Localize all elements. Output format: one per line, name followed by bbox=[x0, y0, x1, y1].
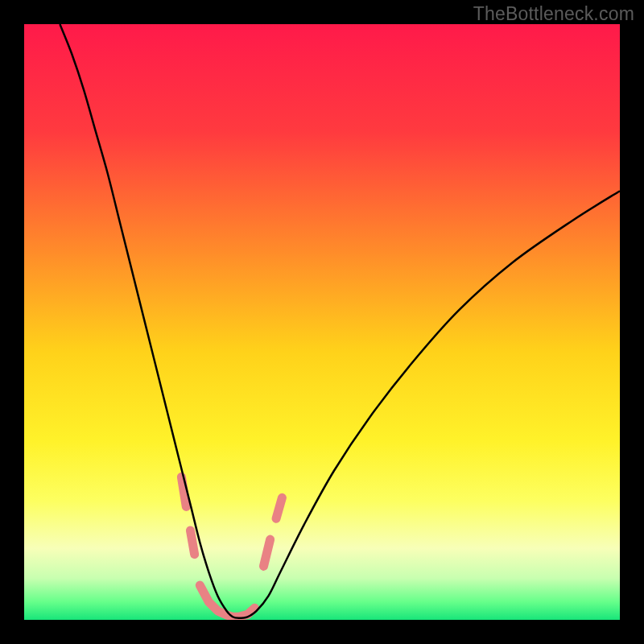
highlight-segment bbox=[276, 497, 282, 518]
plot-area bbox=[24, 24, 620, 620]
bottleneck-curve bbox=[60, 24, 620, 618]
highlight-segment bbox=[263, 539, 270, 566]
highlight-segment bbox=[190, 530, 194, 555]
curve-layer bbox=[24, 24, 620, 620]
watermark-text: TheBottleneck.com bbox=[473, 3, 634, 25]
chart-frame: TheBottleneck.com bbox=[0, 0, 644, 644]
